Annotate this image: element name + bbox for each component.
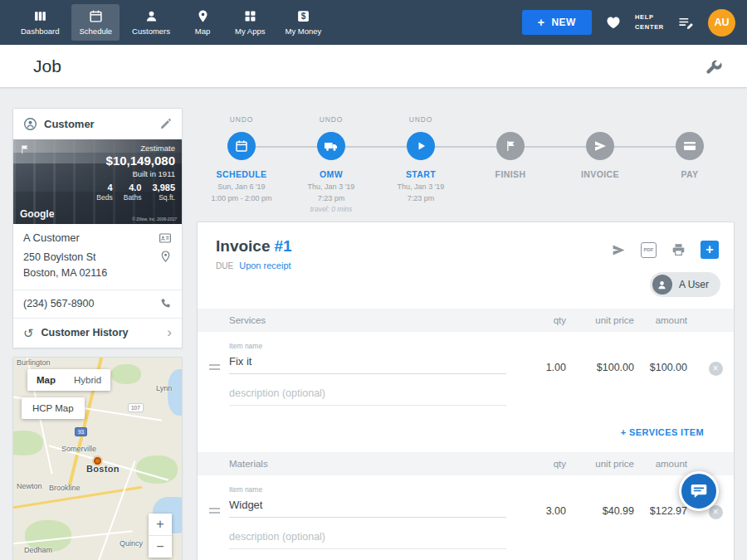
- map-label: Brookline: [49, 484, 81, 492]
- customer-history-button[interactable]: ↺ Customer History ›: [13, 318, 182, 348]
- item-qty[interactable]: 1.00: [513, 342, 566, 373]
- material-item-row: Item name 3.00 $40.99 $122.97 ×: [198, 475, 734, 554]
- map-label: Newton: [17, 482, 42, 490]
- undo-start-button[interactable]: UNDO: [376, 115, 466, 125]
- photo-attribution: © Zillow, Inc. 2006-2017: [132, 217, 177, 222]
- map-type-map-button[interactable]: Map: [27, 369, 65, 391]
- travel-time: travel: 0 mins: [286, 204, 376, 215]
- pdf-icon-label: PDF: [644, 247, 654, 252]
- add-materials-row: + MATERIALS ITEM: [198, 554, 734, 560]
- property-photo: Zestimate $10,149,080 Built in 1911 4 Be…: [13, 139, 182, 224]
- amount-column-header: amount: [634, 459, 697, 469]
- drag-handle-icon[interactable]: [209, 485, 229, 516]
- nav-item-my-money[interactable]: $ My Money: [277, 4, 329, 41]
- built-year: Built in 1911: [96, 169, 175, 178]
- stat-baths: 4.0 Baths: [124, 183, 142, 202]
- zoom-in-button[interactable]: +: [149, 514, 172, 535]
- step-date: Sun, Jan 6 '19: [197, 182, 286, 193]
- baths-label: Baths: [124, 193, 142, 202]
- materials-title: Materials: [229, 459, 513, 469]
- help-center-line2: CENTER: [635, 22, 664, 32]
- step-time: 7:23 pm: [286, 193, 376, 205]
- step-time: 7:23 pm: [376, 193, 466, 205]
- item-description-input[interactable]: [229, 526, 506, 549]
- remove-item-icon[interactable]: ×: [709, 362, 723, 376]
- help-center-button[interactable]: HELP CENTER: [635, 12, 664, 32]
- flag-icon: [20, 144, 30, 154]
- job-tools-icon[interactable]: [706, 58, 722, 75]
- nav-item-my-apps[interactable]: My Apps: [227, 4, 272, 41]
- nav-label: Dashboard: [21, 27, 59, 36]
- item-name-label: Item name: [229, 342, 506, 350]
- undo-omw-button[interactable]: UNDO: [286, 115, 376, 125]
- customer-card-title: Customer: [44, 118, 153, 130]
- service-item-row: Item name 1.00 $100.00 $100.00 ×: [198, 332, 734, 411]
- pay-card-icon[interactable]: [676, 132, 704, 160]
- plus-icon: +: [538, 17, 545, 28]
- customers-icon: [144, 9, 159, 23]
- heart-icon[interactable]: [606, 16, 621, 29]
- zestimate-label: Zestimate: [96, 144, 175, 153]
- pdf-icon[interactable]: PDF: [641, 242, 657, 258]
- nav-label: Map: [195, 27, 210, 36]
- address-line1: 250 Boylston St: [23, 250, 107, 265]
- user-avatar[interactable]: AU: [708, 9, 735, 37]
- map-label: Lynn: [156, 384, 172, 392]
- item-unit-price[interactable]: $40.99: [566, 485, 634, 517]
- job-timeline: UNDO SCHEDULE Sun, Jan 6 '19 1:00 pm - 2…: [197, 115, 735, 215]
- remove-item-icon[interactable]: ×: [709, 505, 723, 519]
- omw-truck-icon[interactable]: [317, 132, 345, 160]
- step-time: 1:00 pm - 2:00 pm: [197, 193, 286, 205]
- new-button[interactable]: + NEW: [522, 10, 592, 35]
- drag-handle-icon[interactable]: [209, 342, 229, 373]
- start-play-icon[interactable]: [407, 132, 435, 160]
- due-terms-link[interactable]: Upon receipt: [239, 261, 290, 270]
- map-green-area: [13, 431, 43, 455]
- page-header: Job: [0, 45, 747, 87]
- money-icon: $: [296, 9, 310, 23]
- new-button-label: NEW: [551, 17, 576, 28]
- print-icon[interactable]: [671, 243, 686, 256]
- page-title: Job: [33, 56, 61, 76]
- undo-schedule-button[interactable]: UNDO: [197, 115, 286, 125]
- help-center-line1: HELP: [635, 12, 664, 22]
- edit-customer-icon[interactable]: [159, 118, 172, 130]
- customer-history-label: Customer History: [42, 327, 160, 338]
- nav-item-dashboard[interactable]: Dashboard: [13, 4, 66, 41]
- nav-item-map[interactable]: Map: [183, 4, 222, 41]
- top-nav: Dashboard Schedule Customers Map My Apps: [0, 0, 747, 45]
- nav-item-schedule[interactable]: Schedule: [71, 4, 120, 41]
- nav-label: Customers: [132, 27, 170, 36]
- baths-value: 4.0: [124, 183, 142, 192]
- finish-flag-icon[interactable]: [496, 132, 525, 160]
- item-qty[interactable]: 3.00: [513, 485, 566, 517]
- chat-button[interactable]: [679, 471, 719, 511]
- nav-item-customers[interactable]: Customers: [124, 4, 178, 41]
- assignee-avatar: [652, 275, 672, 295]
- nav-label: My Apps: [235, 27, 265, 36]
- activity-feed-icon[interactable]: [678, 16, 694, 30]
- send-invoice-icon[interactable]: [611, 243, 626, 257]
- item-fields: Item name: [229, 485, 513, 549]
- add-invoice-item-button[interactable]: +: [701, 241, 719, 259]
- map-label: Boston: [86, 464, 120, 474]
- map-type-hybrid-button[interactable]: Hybrid: [65, 369, 110, 391]
- item-unit-price[interactable]: $100.00: [566, 342, 634, 373]
- item-name-input[interactable]: [229, 352, 506, 374]
- item-name-input[interactable]: [229, 495, 506, 518]
- zoom-out-button[interactable]: −: [149, 536, 172, 558]
- add-services-row: + SERVICES ITEM: [198, 411, 734, 452]
- item-fields: Item name: [229, 342, 513, 406]
- invoice-header: Invoice#1 DUE Upon receipt PDF +: [198, 222, 734, 309]
- invoice-title: Invoice: [216, 237, 270, 255]
- add-services-item-button[interactable]: + SERVICES ITEM: [621, 427, 704, 437]
- item-description-input[interactable]: [229, 382, 506, 406]
- services-title: Services: [229, 315, 513, 325]
- map-green-area: [136, 455, 178, 484]
- schedule-step-icon[interactable]: [227, 132, 256, 160]
- qty-column-header: qty: [513, 315, 566, 325]
- map[interactable]: Burlington Lynn 107 93 Somerville Boston…: [13, 358, 182, 560]
- invoice-send-icon[interactable]: [586, 132, 614, 160]
- assignee-chip[interactable]: A User: [650, 272, 720, 297]
- hcp-map-button[interactable]: HCP Map: [22, 397, 85, 419]
